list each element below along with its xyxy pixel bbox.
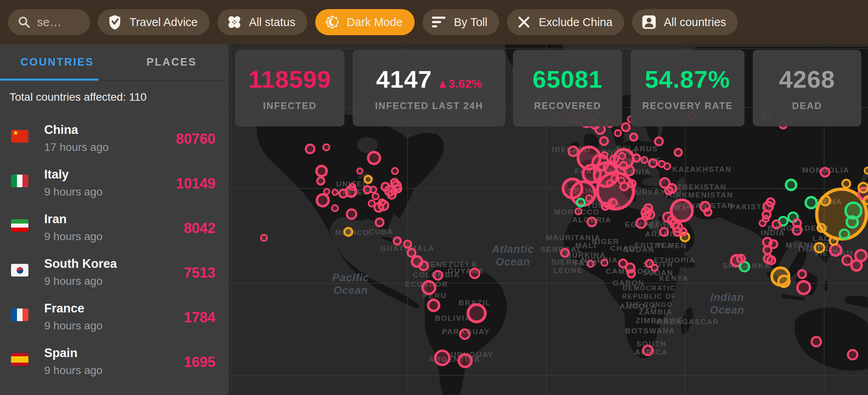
- map-marker[interactable]: [357, 168, 363, 174]
- map-marker[interactable]: [610, 155, 618, 163]
- map-marker[interactable]: [651, 265, 658, 271]
- map-marker[interactable]: [821, 168, 829, 177]
- map-marker[interactable]: [619, 260, 627, 267]
- map-marker[interactable]: [575, 208, 582, 214]
- map-marker[interactable]: [767, 256, 775, 264]
- map-marker[interactable]: [851, 260, 862, 271]
- map-marker[interactable]: [618, 177, 625, 184]
- map-marker[interactable]: [763, 216, 769, 222]
- map-marker[interactable]: [306, 145, 314, 153]
- map-marker[interactable]: [468, 305, 485, 322]
- map-marker[interactable]: [408, 249, 415, 257]
- map-marker[interactable]: [830, 237, 838, 245]
- tab-countries[interactable]: COUNTRIES: [0, 44, 114, 80]
- map-marker[interactable]: [864, 196, 868, 204]
- map-marker[interactable]: [602, 203, 609, 210]
- map-marker[interactable]: [586, 195, 592, 201]
- map-marker[interactable]: [859, 183, 868, 192]
- map-marker[interactable]: [428, 300, 439, 311]
- map-marker[interactable]: [317, 177, 324, 184]
- map-marker[interactable]: [347, 209, 356, 219]
- map-marker[interactable]: [778, 276, 789, 287]
- by-toll-button[interactable]: By Toll: [423, 9, 499, 35]
- map-marker[interactable]: [344, 228, 352, 236]
- map-marker[interactable]: [601, 152, 608, 158]
- map-marker[interactable]: [368, 152, 380, 164]
- map-marker[interactable]: [628, 270, 635, 277]
- map-marker[interactable]: [419, 261, 428, 270]
- map-marker[interactable]: [668, 216, 676, 224]
- map-marker[interactable]: [848, 350, 857, 359]
- map-marker[interactable]: [830, 245, 841, 256]
- country-row-south-korea[interactable]: South Korea9 hours ago7513: [0, 250, 229, 295]
- search-box[interactable]: [8, 9, 90, 35]
- map-marker[interactable]: [394, 237, 401, 245]
- map-marker[interactable]: [643, 346, 653, 355]
- country-row-france[interactable]: France9 hours ago1784: [0, 295, 229, 340]
- search-input[interactable]: [37, 15, 80, 29]
- map-marker[interactable]: [349, 184, 355, 190]
- map-marker[interactable]: [601, 260, 608, 266]
- tab-places[interactable]: PLACES: [114, 44, 229, 80]
- map-marker[interactable]: [563, 179, 582, 198]
- map-marker[interactable]: [369, 200, 375, 207]
- map-marker[interactable]: [806, 197, 817, 208]
- map-marker[interactable]: [611, 199, 617, 206]
- map-marker[interactable]: [842, 180, 850, 188]
- map-marker[interactable]: [379, 199, 385, 205]
- map-marker[interactable]: [629, 180, 636, 187]
- map-marker[interactable]: [459, 354, 471, 367]
- map-marker[interactable]: [812, 337, 821, 346]
- map-marker[interactable]: [842, 256, 852, 265]
- map-marker[interactable]: [737, 255, 745, 263]
- map-marker[interactable]: [633, 154, 640, 162]
- country-row-italy[interactable]: Italy9 hours ago10149: [0, 161, 229, 206]
- map-marker[interactable]: [577, 199, 585, 207]
- map-marker[interactable]: [615, 130, 621, 136]
- map-marker[interactable]: [773, 220, 780, 228]
- country-row-iran[interactable]: Iran9 hours ago8042: [0, 206, 229, 250]
- map-marker[interactable]: [817, 224, 825, 232]
- map-marker[interactable]: [797, 281, 810, 294]
- map-marker[interactable]: [644, 204, 652, 212]
- all-status-button[interactable]: All status: [217, 9, 307, 35]
- map-marker[interactable]: [622, 123, 630, 131]
- map-marker[interactable]: [763, 246, 771, 254]
- map-marker[interactable]: [339, 190, 347, 198]
- map-marker[interactable]: [382, 183, 389, 191]
- country-row-china[interactable]: China17 hours ago80760: [0, 117, 229, 161]
- map-marker[interactable]: [372, 193, 379, 199]
- map-marker[interactable]: [840, 229, 849, 239]
- map-marker[interactable]: [649, 159, 657, 167]
- travel-advice-button[interactable]: Travel Advice: [98, 9, 210, 35]
- map-marker[interactable]: [679, 228, 687, 235]
- map-marker[interactable]: [370, 186, 376, 193]
- map-marker[interactable]: [470, 269, 479, 278]
- map-marker[interactable]: [798, 270, 806, 278]
- map-marker[interactable]: [324, 189, 329, 194]
- map-marker[interactable]: [434, 271, 442, 280]
- map-marker[interactable]: [569, 147, 578, 156]
- map-marker[interactable]: [619, 153, 625, 159]
- map-marker[interactable]: [587, 218, 596, 226]
- map-marker[interactable]: [376, 218, 383, 226]
- map-marker[interactable]: [561, 249, 569, 257]
- map-marker[interactable]: [323, 144, 329, 150]
- map-marker[interactable]: [642, 213, 649, 220]
- map-marker[interactable]: [815, 243, 824, 252]
- map-marker[interactable]: [392, 168, 398, 174]
- map-marker[interactable]: [365, 176, 372, 183]
- map-marker[interactable]: [404, 241, 411, 248]
- map-marker[interactable]: [658, 161, 665, 167]
- map-marker[interactable]: [675, 149, 682, 156]
- map-marker[interactable]: [767, 198, 774, 206]
- map-marker[interactable]: [435, 351, 449, 365]
- map-marker[interactable]: [587, 261, 594, 267]
- map-marker[interactable]: [332, 190, 338, 195]
- map-marker[interactable]: [391, 188, 397, 194]
- map-marker[interactable]: [317, 194, 329, 206]
- map-marker[interactable]: [641, 157, 647, 163]
- map-marker[interactable]: [655, 137, 663, 145]
- map-marker[interactable]: [423, 281, 435, 294]
- map-marker[interactable]: [793, 219, 801, 227]
